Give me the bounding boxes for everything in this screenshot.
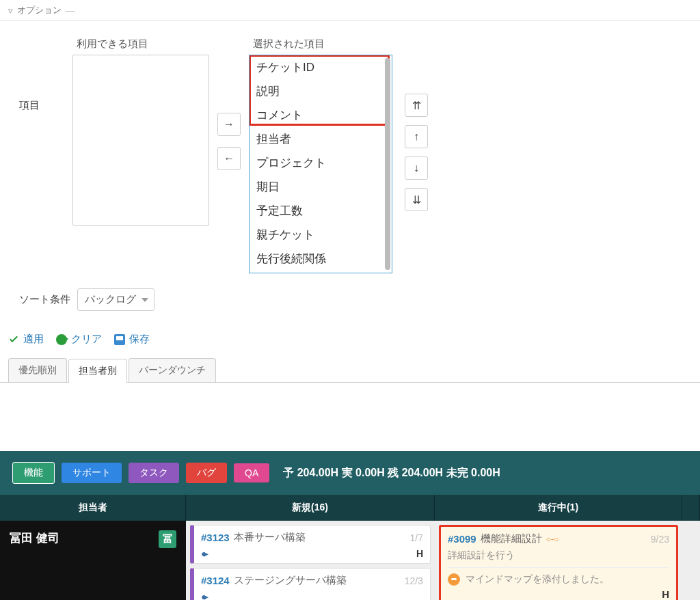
ticket-card[interactable]: #3124 ステージングサーバ構築 12/3 ●▸ [190,568,431,600]
tab-assignee[interactable]: 担当者別 [68,359,127,383]
sort-label: ソート条件 [19,293,70,306]
ticket-id: #3123 [201,532,230,543]
selected-item[interactable]: 予定工数 [250,199,392,223]
category-qa[interactable]: QA [234,463,269,482]
column-header-progress: 進行中(1) [435,495,682,521]
chevron-down-icon: ▿ [8,5,13,16]
available-items-label: 利用できる項目 [77,38,148,51]
lane-new[interactable]: #3123 本番サーバ構築 1/7 ●▸ H #3124 ステージングサーバ構築 [186,521,435,600]
check-icon [8,334,19,345]
hours-stats: 予 204.00H 実 0.00H 残 204.00H 未完 0.00H [283,466,500,480]
selected-item[interactable]: 期日 [250,175,392,199]
ticket-card-highlighted[interactable]: #3099 機能詳細設計 ○-○ 9/23 詳細設計を行う マインドマップを添付… [439,525,678,600]
link-icon: ●▸ [201,548,206,559]
refresh-icon [56,334,67,345]
move-top-button[interactable]: ⇈ [405,94,428,117]
column-header-new: 新規(16) [186,495,435,521]
move-up-button[interactable]: ↑ [405,125,428,148]
clear-button[interactable]: クリア [56,333,102,346]
relation-icon: ○-○ [546,534,559,544]
sort-select[interactable]: バックログ [77,288,154,311]
tab-priority[interactable]: 優先順別 [8,358,67,382]
ticket-card[interactable]: #3123 本番サーバ構築 1/7 ●▸ H [190,525,431,564]
lane-progress[interactable]: #3099 機能詳細設計 ○-○ 9/23 詳細設計を行う マインドマップを添付… [435,521,682,600]
selected-items-label: 選択された項目 [253,38,392,51]
selected-items-listbox[interactable]: チケットID説明コメント担当者プロジェクト期日予定工数親チケット先行後続関係警告… [249,55,392,273]
ticket-date: 12/3 [405,575,423,586]
ticket-date: 1/7 [410,532,423,543]
save-icon [114,334,125,345]
ticket-id: #3099 [448,533,476,545]
annotation-highlight-box [249,55,390,126]
options-title: オプション [17,4,62,16]
options-collapse-header[interactable]: ▿ オプション — [0,0,700,21]
selected-item[interactable]: 警告アイコン [250,271,392,273]
move-down-button[interactable]: ↓ [405,156,428,180]
available-items-listbox[interactable] [72,55,209,226]
lane-extra [682,521,700,600]
apply-button[interactable]: 適用 [8,333,44,346]
comment-icon [448,573,460,586]
category-bar: 機能 サポート タスク バグ QA 予 204.00H 実 0.00H 残 20… [0,451,700,495]
ticket-date: 9/23 [651,534,669,545]
assignee-name: 冨田 健司 [10,530,59,546]
column-header-assignee: 担当者 [0,495,186,521]
selected-item[interactable]: 親チケット [250,223,392,247]
move-right-button[interactable]: → [217,113,241,136]
ticket-title: 機能詳細設計 [481,532,542,545]
ticket-comment: マインドマップを添付しました。 [466,573,609,586]
save-button[interactable]: 保存 [114,333,150,346]
link-icon: ●▸ [201,591,206,600]
selected-item[interactable]: 先行後続関係 [250,247,392,271]
move-bottom-button[interactable]: ⇊ [405,188,428,211]
move-left-button[interactable]: ← [217,147,241,170]
items-row-label: 項目 [19,38,72,112]
tab-burndown[interactable]: バーンダウンチ [129,358,216,382]
priority-badge: H [662,588,669,600]
ticket-id: #3124 [201,575,230,586]
category-task[interactable]: タスク [129,463,179,483]
selected-item[interactable]: プロジェクト [250,151,392,175]
selected-item[interactable]: 担当者 [250,127,392,151]
assignee-cell: 冨田 健司 冨 [0,521,186,600]
ticket-title: ステージングサーバ構築 [234,574,347,587]
category-support[interactable]: サポート [62,463,122,483]
category-bug[interactable]: バグ [186,463,227,483]
ticket-description: 詳細設計を行う [448,549,669,562]
priority-badge: H [416,548,423,559]
ticket-title: 本番サーバ構築 [234,531,306,544]
category-feature[interactable]: 機能 [12,462,55,484]
avatar: 冨 [159,530,176,548]
